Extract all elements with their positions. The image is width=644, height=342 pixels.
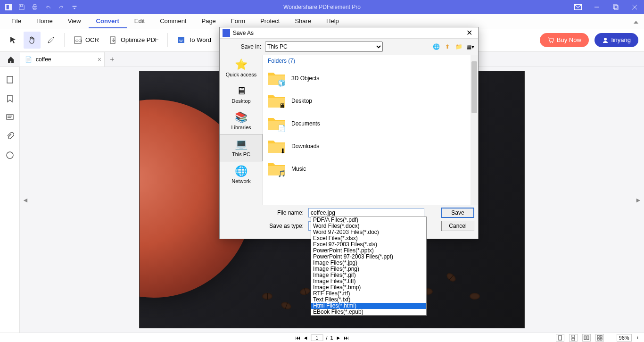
qat-dropdown-icon[interactable] <box>68 0 81 14</box>
comments-icon[interactable] <box>6 113 14 122</box>
places-bar: ⭐Quick access🖥Desktop📚Libraries💻This PC🌐… <box>220 55 263 205</box>
menu-page[interactable]: Page <box>194 14 223 28</box>
mail-icon[interactable] <box>569 0 587 14</box>
next-page-icon[interactable]: ► <box>634 191 643 209</box>
prev-page-btn[interactable]: ◄ <box>303 335 308 341</box>
chat-icon[interactable] <box>6 151 14 159</box>
svg-rect-24 <box>7 115 13 119</box>
home-tab-icon[interactable] <box>2 52 20 67</box>
menu-file[interactable]: File <box>4 14 29 28</box>
menu-bar: FileHomeViewConvertEditCommentPageFormPr… <box>0 14 644 28</box>
menu-home[interactable]: Home <box>29 14 60 28</box>
edit-tool[interactable] <box>42 32 59 49</box>
place-this-pc[interactable]: 💻This PC <box>220 134 263 161</box>
buy-now-button[interactable]: Buy Now <box>540 33 589 47</box>
save-in-select[interactable]: This PC <box>265 42 383 52</box>
next-page-btn[interactable]: ► <box>336 335 341 341</box>
side-panel <box>0 67 20 333</box>
svg-rect-10 <box>614 6 618 9</box>
app-logo[interactable] <box>2 0 15 14</box>
zoom-in-icon[interactable]: + <box>636 335 639 341</box>
saveastype-dropdown[interactable]: PDF/A Files(*.pdf)Word Files(*.docx)Word… <box>311 217 427 316</box>
hand-tool[interactable] <box>24 32 41 49</box>
menu-share[interactable]: Share <box>287 14 319 28</box>
menu-form[interactable]: Form <box>223 14 253 28</box>
svg-point-22 <box>604 38 607 41</box>
view-continuous-icon[interactable] <box>569 334 578 342</box>
minimize-icon[interactable] <box>587 0 606 14</box>
nav-up-icon[interactable]: ⬆ <box>443 42 452 51</box>
menu-edit[interactable]: Edit <box>127 14 152 28</box>
bookmarks-icon[interactable] <box>6 94 14 103</box>
first-page-icon[interactable]: ⏮ <box>295 335 300 341</box>
svg-rect-36 <box>600 338 602 340</box>
status-bar: ⏮ ◄ / 1 ► ⏭ − 96% + <box>0 333 644 342</box>
pointer-tool[interactable] <box>5 32 22 49</box>
file-list[interactable]: Folders (7) ˄ 🧊3D Objects🖥Desktop📄Docume… <box>263 55 478 205</box>
zoom-value[interactable]: 96% <box>617 334 632 342</box>
svg-rect-4 <box>33 5 36 7</box>
save-button[interactable]: Save <box>441 208 474 218</box>
save-as-dialog: Save As ✕ Save in: This PC 🌐 ⬆ 📁 ▦▾ ⭐Qui… <box>219 27 479 239</box>
ribbon-collapse-icon[interactable] <box>634 17 638 25</box>
svg-rect-32 <box>587 336 589 340</box>
print-icon[interactable] <box>28 0 41 14</box>
optimize-button[interactable]: Optimize PDF <box>105 32 163 49</box>
svg-rect-35 <box>597 338 599 340</box>
menu-convert[interactable]: Convert <box>89 14 127 28</box>
svg-rect-29 <box>572 335 575 337</box>
maximize-icon[interactable] <box>606 0 625 14</box>
place-network[interactable]: 🌐Network <box>220 161 263 188</box>
menu-view[interactable]: View <box>60 14 89 28</box>
place-desktop[interactable]: 🖥Desktop <box>220 81 263 108</box>
tab-close-icon[interactable]: × <box>98 56 101 63</box>
place-quick-access[interactable]: ⭐Quick access <box>220 55 263 81</box>
close-icon[interactable] <box>625 0 644 14</box>
new-tab-button[interactable]: + <box>105 52 120 67</box>
optimize-label: Optimize PDF <box>121 36 159 43</box>
svg-text:OCR: OCR <box>75 39 82 43</box>
folder-documents[interactable]: 📄Documents <box>268 112 473 135</box>
attachments-icon[interactable] <box>6 132 14 141</box>
filename-input[interactable] <box>308 208 424 217</box>
nav-viewmenu-icon[interactable]: ▦▾ <box>466 42 474 51</box>
to-word-button[interactable]: WTo Word <box>173 32 215 49</box>
folder-music[interactable]: 🎵Music <box>268 158 473 180</box>
type-option[interactable]: EBook Files(*.epub) <box>311 309 426 315</box>
dialog-close-icon[interactable]: ✕ <box>463 28 475 37</box>
user-button[interactable]: linyang <box>594 33 638 47</box>
nav-newfolder-icon[interactable]: 📁 <box>454 42 463 51</box>
folder-desktop[interactable]: 🖥Desktop <box>268 90 473 112</box>
nav-back-icon[interactable]: 🌐 <box>432 42 440 51</box>
app-title: Wondershare PDFelement Pro <box>283 4 361 10</box>
undo-icon[interactable] <box>41 0 55 14</box>
ocr-button[interactable]: OCROCR <box>69 32 103 49</box>
cancel-button[interactable]: Cancel <box>441 221 474 231</box>
dialog-title: Save As <box>233 30 254 36</box>
menu-comment[interactable]: Comment <box>152 14 194 28</box>
view-two-icon[interactable] <box>582 334 591 342</box>
redo-icon[interactable] <box>55 0 68 14</box>
view-grid-icon[interactable] <box>595 334 604 342</box>
view-single-icon[interactable] <box>556 334 564 342</box>
prev-page-icon[interactable]: ◄ <box>21 191 30 209</box>
save-icon[interactable] <box>15 0 28 14</box>
place-libraries[interactable]: 📚Libraries <box>220 108 263 134</box>
dialog-title-bar[interactable]: Save As ✕ <box>220 27 478 39</box>
menu-protect[interactable]: Protect <box>253 14 287 28</box>
last-page-icon[interactable]: ⏭ <box>344 335 349 341</box>
svg-rect-6 <box>73 6 77 7</box>
menu-help[interactable]: Help <box>319 14 347 28</box>
to-word-label: To Word <box>189 36 211 43</box>
svg-rect-30 <box>572 338 575 341</box>
document-tab[interactable]: 📄 coffee × <box>20 52 105 67</box>
page-input[interactable] <box>311 334 323 341</box>
save-in-label: Save in: <box>223 43 261 50</box>
zoom-out-icon[interactable]: − <box>609 335 611 341</box>
thumbnails-icon[interactable] <box>6 75 14 84</box>
svg-text:W: W <box>179 39 183 43</box>
folder-group-header[interactable]: Folders (7) <box>268 58 295 64</box>
folder-downloads[interactable]: ⬇Downloads <box>268 135 473 158</box>
file-list-scrollbar[interactable] <box>471 55 478 205</box>
folder-3d-objects[interactable]: 🧊3D Objects <box>268 67 473 90</box>
